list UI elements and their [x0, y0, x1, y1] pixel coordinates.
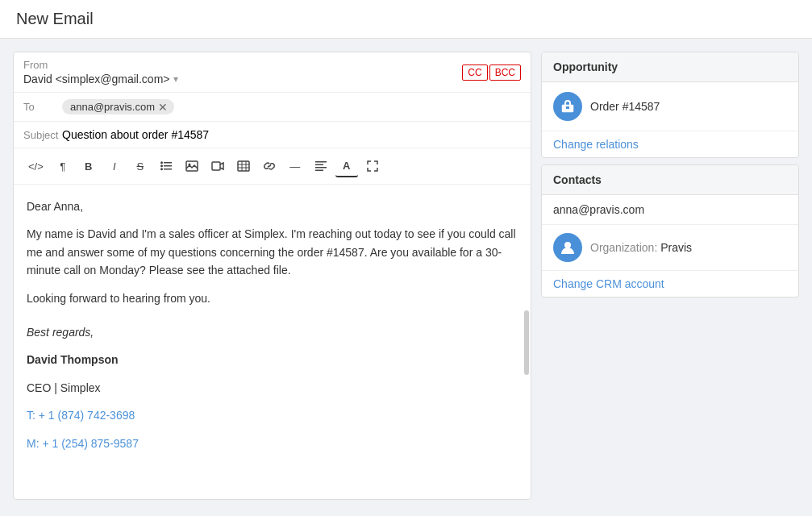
from-selector[interactable]: David <simplex@gmail.com> ▾ [23, 73, 462, 85]
main-layout: From David <simplex@gmail.com> ▾ CC BCC … [0, 39, 812, 513]
signature-tel-label: T: [27, 409, 35, 422]
svg-rect-16 [315, 164, 323, 166]
signature-mob-label: M: [27, 437, 40, 450]
svg-point-5 [160, 168, 163, 170]
toolbar-table-btn[interactable] [232, 155, 255, 177]
toolbar-paragraph-btn[interactable]: ¶ [52, 155, 74, 177]
signature-mob-value: + 1 (254) 875-9587 [42, 437, 138, 450]
page-header: New Email [0, 0, 812, 39]
to-recipient-tag: anna@pravis.com ✕ [62, 99, 174, 114]
toolbar-image-btn[interactable] [181, 155, 203, 177]
email-body[interactable]: Dear Anna, My name is David and I'm a sa… [14, 185, 531, 499]
opportunity-section: Opportunity Order #14587 Change relation… [541, 52, 799, 158]
svg-point-21 [564, 242, 571, 248]
body-paragraph-1: My name is David and I'm a sales officer… [27, 225, 518, 279]
from-dropdown-icon[interactable]: ▾ [173, 73, 178, 85]
page-title: New Email [16, 10, 796, 28]
opportunity-icon [553, 92, 582, 121]
opportunity-header: Opportunity [542, 52, 798, 82]
signature-name: David Thompson [27, 351, 518, 368]
contact-org-name: Pravis [660, 241, 692, 254]
svg-rect-1 [164, 165, 172, 167]
toolbar-font-color-btn[interactable]: A [335, 155, 358, 177]
contact-avatar [553, 233, 582, 262]
from-left: From David <simplex@gmail.com> ▾ [23, 59, 462, 85]
change-crm-link[interactable]: Change CRM account [542, 271, 798, 297]
scrollbar-thumb[interactable] [524, 310, 529, 375]
svg-point-3 [160, 161, 163, 164]
opportunity-item: Order #14587 [542, 82, 798, 131]
to-recipient-email: anna@pravis.com [70, 101, 155, 113]
scrollbar-track [524, 185, 529, 499]
email-panel: From David <simplex@gmail.com> ▾ CC BCC … [13, 52, 531, 500]
bcc-button[interactable]: BCC [489, 64, 521, 81]
svg-rect-2 [164, 169, 172, 170]
toolbar-hr-btn[interactable]: — [284, 155, 306, 177]
editor-toolbar: </> ¶ B I S — A [14, 148, 531, 185]
body-greeting: Dear Anna, [27, 198, 518, 215]
to-recipient-remove-button[interactable]: ✕ [158, 102, 168, 113]
svg-rect-18 [315, 170, 323, 172]
contact-info: Organization: Pravis [590, 241, 692, 254]
svg-point-4 [160, 164, 163, 167]
signature-closing: Best regards, [27, 323, 518, 341]
opportunity-order: Order #14587 [590, 100, 660, 113]
contact-item: Organization: Pravis [542, 225, 798, 271]
signature-title: CEO | Simplex [27, 379, 518, 397]
svg-rect-9 [238, 161, 249, 171]
toolbar-strikethrough-btn[interactable]: S [129, 155, 152, 177]
svg-rect-17 [315, 167, 327, 169]
to-row: To anna@pravis.com ✕ [14, 93, 531, 122]
svg-rect-0 [164, 162, 172, 164]
toolbar-list-btn[interactable] [155, 155, 177, 177]
toolbar-align-btn[interactable] [310, 155, 332, 177]
svg-rect-8 [212, 162, 220, 170]
toolbar-fullscreen-btn[interactable] [361, 155, 384, 177]
to-label: To [23, 101, 56, 113]
from-label: From [23, 59, 462, 71]
from-value: David <simplex@gmail.com> [23, 73, 170, 85]
contact-email-display: anna@pravis.com [542, 195, 798, 225]
from-row: From David <simplex@gmail.com> ▾ CC BCC [14, 52, 531, 93]
contact-org-label: Organization: [590, 241, 657, 254]
change-relations-link[interactable]: Change relations [542, 131, 798, 157]
toolbar-video-btn[interactable] [206, 155, 229, 177]
contacts-header: Contacts [542, 165, 798, 195]
subject-input[interactable] [62, 128, 521, 141]
svg-line-14 [268, 165, 271, 167]
toolbar-code-btn[interactable]: </> [23, 155, 48, 177]
subject-label: Subject [23, 129, 56, 141]
cc-bcc-buttons: CC BCC [462, 64, 521, 81]
toolbar-bold-btn[interactable]: B [77, 155, 100, 177]
cc-button[interactable]: CC [462, 64, 487, 81]
svg-rect-15 [315, 161, 327, 163]
signature-tel-value: + 1 (874) 742-3698 [39, 409, 135, 422]
body-paragraph-2: Looking forward to hearing from you. [27, 289, 518, 307]
toolbar-link-btn[interactable] [258, 155, 281, 177]
signature-mob: M: + 1 (254) 875-9587 [27, 435, 518, 452]
right-sidebar: Opportunity Order #14587 Change relation… [541, 52, 799, 500]
subject-row: Subject [14, 122, 531, 148]
contacts-section: Contacts anna@pravis.com Organization: P… [541, 164, 799, 298]
svg-rect-20 [566, 106, 569, 109]
signature-tel: T: + 1 (874) 742-3698 [27, 406, 518, 424]
toolbar-italic-btn[interactable]: I [103, 155, 126, 177]
